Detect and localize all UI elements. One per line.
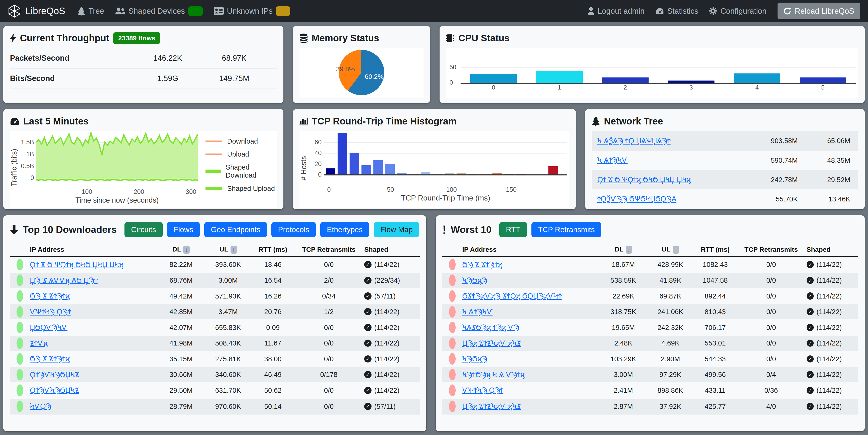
rtt-histogram-header: TCP Round-Trip Time Histogram	[300, 115, 569, 128]
ip-address-link[interactable]: ѴѰϮϞϠ ϘϠϮ	[30, 308, 158, 316]
dl-sort-icon[interactable]: ↓	[183, 246, 190, 254]
ip-address-link[interactable]: ϞϠϬϗϠ	[462, 355, 601, 363]
ul-value: 3.00M	[204, 276, 252, 284]
rtt-x-tick: 150	[506, 186, 517, 193]
ip-address-link[interactable]: ѴѰϮϞϠ ϘϠϮ	[462, 386, 601, 394]
ul-value: 340.60K	[204, 371, 252, 378]
top10-tab-flows[interactable]: Flows	[167, 222, 200, 237]
status-dot-cell	[10, 369, 30, 380]
nav-configuration[interactable]: Configuration	[709, 7, 767, 15]
ip-address-link[interactable]: ϪϮѴϗ	[30, 339, 158, 347]
ip-address-link[interactable]: ЏϠϗ ϪϮϪϞϗѴ ϗϞϪ	[462, 402, 601, 410]
throughput-row: Packets/Second 146.22K 68.97K	[10, 48, 277, 68]
brand[interactable]: LibreQoS	[8, 4, 65, 18]
cpu-bar	[668, 81, 714, 83]
network-tree-node-link[interactable]: ϮϘѮѴϠϠ ϬѰϬϞЏϬϘϠѦ	[597, 195, 737, 203]
ul-value: 571.93K	[204, 292, 252, 300]
top10-tab-ethertypes[interactable]: Ethertypes	[320, 222, 369, 237]
ip-address-link[interactable]: ЏϠ Ϫ ѦѴѴϗ ѦϬ ЏϠϮ	[30, 276, 158, 285]
dl-value: 103.29K	[601, 355, 646, 363]
top10-tab-geo-endpoints[interactable]: Geo Endpoints	[204, 222, 267, 237]
ul-sort-icon[interactable]: ↑	[673, 246, 679, 254]
nav-statistics[interactable]: Statistics	[656, 7, 698, 15]
ul-header[interactable]: UL↑	[204, 246, 252, 254]
worst10-tab-tcp-retransmits[interactable]: TCP Retransmits	[531, 222, 601, 237]
check-circle-icon: ✓	[364, 387, 371, 394]
network-tree-node-link[interactable]: Ϟ ѦѮѦϠ ϮϘ ЏѦѰЏѦϠϮ	[597, 137, 737, 145]
shaped-value: (114/22)	[374, 355, 399, 363]
exclamation-icon: !	[442, 223, 446, 237]
ip-address-link[interactable]: ϘϮϠѴϞϠϬЏϞϪ	[30, 386, 158, 394]
top10-tab-protocols[interactable]: Protocols	[271, 222, 316, 237]
retransmits-value: 0/0	[293, 355, 364, 363]
nav-tree-label: Tree	[89, 7, 104, 15]
worst10-tab-rtt[interactable]: RTT	[499, 222, 527, 237]
dl-sort-icon[interactable]: ↓	[626, 246, 632, 254]
ul-sort-icon[interactable]: ↑	[230, 246, 237, 254]
ip-address-link[interactable]: ϞϠϬϗϠ	[462, 276, 601, 285]
legend-item: Download	[206, 137, 277, 145]
reload-button[interactable]: Reload LibreQoS	[778, 3, 860, 19]
top10-tab-circuits[interactable]: Circuits	[124, 222, 163, 237]
ip-address-link[interactable]: ϘϮ Ϫ Ϭ ѰϘϮϗ ϬϞϬ ЏϞЏ ЏϞϗ	[30, 260, 158, 269]
check-circle-icon: ✓	[364, 355, 371, 363]
throughput-download-value: 1.59G	[135, 74, 201, 83]
rtt-value: 810.43	[695, 308, 736, 316]
throughput-row-label: Packets/Second	[10, 54, 134, 63]
rtt-value: 1047.58	[695, 276, 736, 284]
ip-address-link[interactable]: Ϟ ѦϮϠϞѴ	[462, 308, 601, 316]
ip-address-link[interactable]: ϞϠϮϬϠϗ Ϟ Ѧ ѴϠϮϗ	[462, 371, 601, 379]
ip-address-link[interactable]: ϞѦϪϬϠϗ ϮϠϗ ѴϠ	[462, 323, 601, 332]
shaped-cell: ✓(114/22)	[364, 386, 399, 394]
ip-address-link[interactable]: ЏϬϘѴϠϞѴ	[30, 323, 158, 332]
legend-label: Upload	[227, 150, 249, 158]
ip-address-link[interactable]: ЏϠϗ ϪϮϪϞϗѴ ϗϞϪ	[462, 339, 601, 347]
shaped-cell: ✓(114/22)	[364, 308, 399, 316]
database-icon	[300, 34, 308, 43]
ip-address-link[interactable]: ϘϮϠѴϞϠϬЏϞϪ	[30, 371, 158, 379]
cpu-status-card: CPU Status 50 0 012345	[439, 26, 865, 103]
ip-address-link[interactable]: ϬϠ Ϫ ϪϮϠϮϗ	[462, 260, 601, 269]
dl-header[interactable]: DL↓	[601, 246, 646, 254]
nav-logout[interactable]: Logout admin	[588, 7, 645, 15]
ip-address-link[interactable]: ϬϠ Ϫ ϪϮϠϮϗ	[30, 355, 158, 363]
shaped-value: (114/22)	[374, 323, 399, 332]
table-row: ЏϬϘѴϠϞѴ 42.07M 655.83K 0.09 0/0 ✓(114/22…	[10, 320, 420, 336]
retransmits-value: 0/4	[736, 371, 807, 378]
table-row: ЏϠϗ ϪϮϪϞϗѴ ϗϞϪ 2.87M 37.92K 425.77 4/0 ✓…	[442, 399, 858, 414]
shaped-cell: ✓(114/22)	[807, 308, 842, 316]
check-circle-icon: ✓	[364, 277, 371, 284]
nav-unknown-ips[interactable]: Unknown IPs	[214, 6, 290, 16]
current-throughput-card: Current Throughput 23389 flows Packets/S…	[3, 26, 283, 103]
status-dot-cell	[10, 290, 30, 302]
ul-header[interactable]: UL↑	[646, 246, 695, 254]
status-dot	[17, 322, 23, 333]
status-dot	[17, 384, 23, 396]
ip-address-link[interactable]: ϬϠ Ϫ ϪϮϠϮϗ	[30, 292, 158, 300]
cpu-x-tick: 4	[734, 84, 780, 91]
ip-address-link[interactable]: ϬϪϮϠϗѴϗϠ ϪϮϘϗ ϬϘЏϠϗѴϞϮ	[462, 292, 601, 300]
shaped-header: Shaped	[364, 246, 388, 253]
status-dot-cell	[442, 369, 462, 380]
retransmits-value: 0/0	[736, 260, 807, 269]
status-dot-cell	[442, 353, 462, 365]
nav-shaped-devices-label: Shaped Devices	[128, 7, 185, 15]
check-circle-icon: ✓	[807, 371, 814, 378]
rtt-value: 20.76	[252, 308, 293, 316]
rtt-value: 706.17	[695, 323, 736, 332]
dl-value: 3.00M	[601, 371, 646, 378]
down-arrow-icon	[10, 225, 18, 235]
current-throughput-title: Current Throughput	[20, 33, 109, 43]
ip-address-link[interactable]: ϞѴϘϠ	[30, 402, 158, 410]
shaped-value: (57/11)	[374, 402, 396, 410]
network-tree-node-link[interactable]: ϘϮ Ϫ Ϭ ѰϘϮϗ ϬϞϬ ЏϞЏ ЏϞϗ	[597, 176, 737, 184]
check-circle-icon: ✓	[364, 371, 371, 378]
nav-tree[interactable]: Tree	[78, 7, 104, 15]
network-tree-node-link[interactable]: Ϟ ѦϮϠϞѴ	[597, 156, 737, 164]
top10-tab-flow-map[interactable]: Flow Map	[374, 222, 419, 237]
table-header: IP Address DL↓ UL↑ RTT (ms) TCP Retransm…	[442, 243, 858, 257]
shaped-value: (229/34)	[374, 276, 400, 284]
dl-header[interactable]: DL↓	[158, 246, 204, 254]
nav-shaped-devices[interactable]: Shaped Devices	[115, 6, 203, 16]
shaped-value: (57/11)	[374, 292, 396, 300]
